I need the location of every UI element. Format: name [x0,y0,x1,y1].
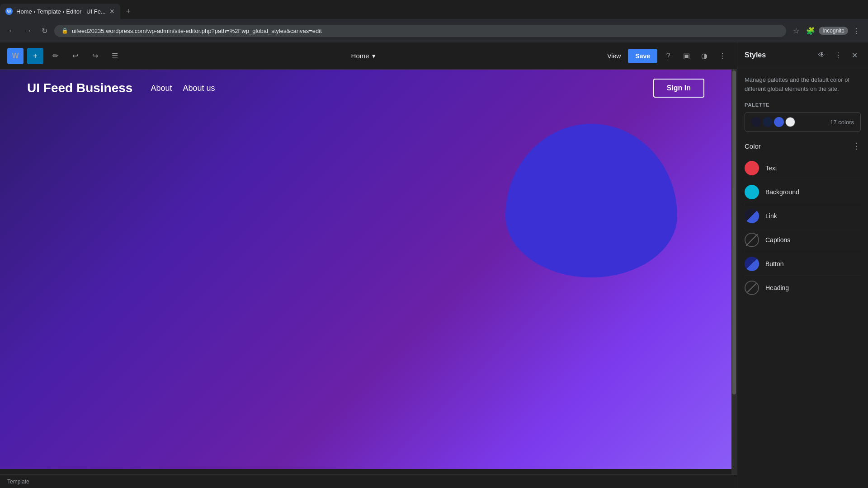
palette-section-label: PALETTE [745,102,861,108]
nav-bar: ← → ↻ 🔒 uifeed20235.wordpress.com/wp-adm… [0,19,868,42]
toolbar-center: Home ▾ [127,52,600,60]
theme-toggle-button[interactable]: ◑ [697,49,712,63]
panel-menu-button[interactable]: ⋮ [832,49,844,61]
swatch-3 [774,117,784,127]
site-nav: About About us [151,84,215,93]
view-button[interactable]: View [604,51,624,61]
tab-close-button[interactable]: ✕ [109,8,115,15]
palette-box[interactable]: 17 colors [745,112,861,132]
link-color-swatch [745,209,759,223]
color-section-menu-button[interactable]: ⋮ [853,141,861,151]
site-logo: UI Feed Business [27,81,132,95]
reload-button[interactable]: ↻ [38,24,51,37]
help-button[interactable]: ? [661,49,675,63]
menu-icon[interactable]: ⋮ [850,24,863,37]
extensions-icon[interactable]: 🧩 [804,24,817,37]
captions-color-swatch [745,233,759,247]
back-button[interactable]: ← [5,24,18,37]
lock-icon: 🔒 [61,28,68,34]
text-color-swatch [745,161,759,175]
top-toolbar: W + ✏ ↩ ↪ ☰ Home ▾ View Save ? ▣ ◑ ⋮ [0,42,737,70]
incognito-button[interactable]: Incognito [819,27,848,35]
site-header: UI Feed Business About About us Sign In [0,70,731,107]
panel-header: Styles 👁 ⋮ ✕ [737,42,868,68]
styles-panel: Styles 👁 ⋮ ✕ Manage palettes and the def… [737,42,868,488]
color-item-heading[interactable]: Heading [745,276,861,300]
vertical-scrollbar[interactable] [731,70,737,474]
text-color-label: Text [765,164,777,172]
active-tab[interactable]: W Home ‹ Template ‹ Editor · UI Fe... ✕ [0,4,120,19]
tab-title: Home ‹ Template ‹ Editor · UI Fe... [16,8,106,15]
link-color-label: Link [765,212,777,220]
color-section-title: Color [745,142,761,150]
list-view-button[interactable]: ☰ [107,48,123,64]
palette-swatches [751,117,795,127]
color-item-text[interactable]: Text [745,156,861,180]
nav-item-about[interactable]: About [151,84,172,93]
main-layout: W + ✏ ↩ ↪ ☰ Home ▾ View Save ? ▣ ◑ ⋮ [0,42,868,488]
swatch-2 [763,117,773,127]
sign-in-area: Sign In [653,79,704,98]
color-section-header: Color ⋮ [745,141,861,151]
home-dropdown[interactable]: Home ▾ [351,52,376,60]
captions-color-label: Captions [765,236,790,244]
template-label: Template [7,479,29,485]
address-url: uifeed20235.wordpress.com/wp-admin/site-… [72,28,322,34]
canvas-container: UI Feed Business About About us Sign In [0,70,737,474]
scrollbar-thumb[interactable] [732,70,736,394]
swatch-4 [785,117,795,127]
bottom-bar: Template [0,474,737,488]
browser-chrome: W Home ‹ Template ‹ Editor · UI Fe... ✕ … [0,0,868,42]
dropdown-chevron-icon: ▾ [372,52,376,60]
hero-blob [505,124,677,277]
color-item-link[interactable]: Link [745,204,861,228]
incognito-label: Incognito [822,28,844,34]
color-item-captions[interactable]: Captions [745,228,861,252]
address-bar[interactable]: 🔒 uifeed20235.wordpress.com/wp-admin/sit… [54,25,786,37]
more-options-button[interactable]: ⋮ [715,49,730,63]
heading-color-swatch [745,281,759,295]
background-color-swatch [745,185,759,199]
canvas-scroll: UI Feed Business About About us Sign In [0,70,731,469]
toolbar-right: View Save ? ▣ ◑ ⋮ [604,49,730,63]
palette-count: 17 colors [830,119,854,126]
site-preview: UI Feed Business About About us Sign In [0,70,731,469]
redo-button[interactable]: ↪ [87,48,103,64]
panel-title: Styles [745,51,812,59]
tab-favicon: W [5,8,13,15]
heading-color-label: Heading [765,284,789,291]
background-color-label: Background [765,188,799,196]
new-tab-button[interactable]: + [122,5,135,18]
color-item-background[interactable]: Background [745,180,861,204]
layout-toggle-button[interactable]: ▣ [679,49,693,63]
sign-in-button[interactable]: Sign In [653,79,704,98]
add-block-button[interactable]: + [27,48,43,64]
edit-tool-button[interactable]: ✏ [47,48,63,64]
save-button[interactable]: Save [628,49,657,63]
panel-description: Manage palettes and the default color of… [745,75,861,93]
panel-content: Manage palettes and the default color of… [737,68,868,488]
nav-actions: ☆ 🧩 Incognito ⋮ [790,24,863,37]
home-label: Home [351,52,369,60]
button-color-swatch [745,257,759,271]
preview-toggle-button[interactable]: 👁 [816,49,828,61]
swatch-1 [751,117,761,127]
color-item-button[interactable]: Button [745,252,861,276]
wp-logo[interactable]: W [7,48,24,64]
nav-item-about-us[interactable]: About us [183,84,215,93]
button-color-label: Button [765,260,783,267]
bookmark-icon[interactable]: ☆ [790,24,802,37]
editor-area: W + ✏ ↩ ↪ ☰ Home ▾ View Save ? ▣ ◑ ⋮ [0,42,737,488]
tab-bar: W Home ‹ Template ‹ Editor · UI Fe... ✕ … [0,0,868,19]
undo-button[interactable]: ↩ [67,48,83,64]
forward-button[interactable]: → [22,24,34,37]
panel-close-button[interactable]: ✕ [848,49,861,61]
